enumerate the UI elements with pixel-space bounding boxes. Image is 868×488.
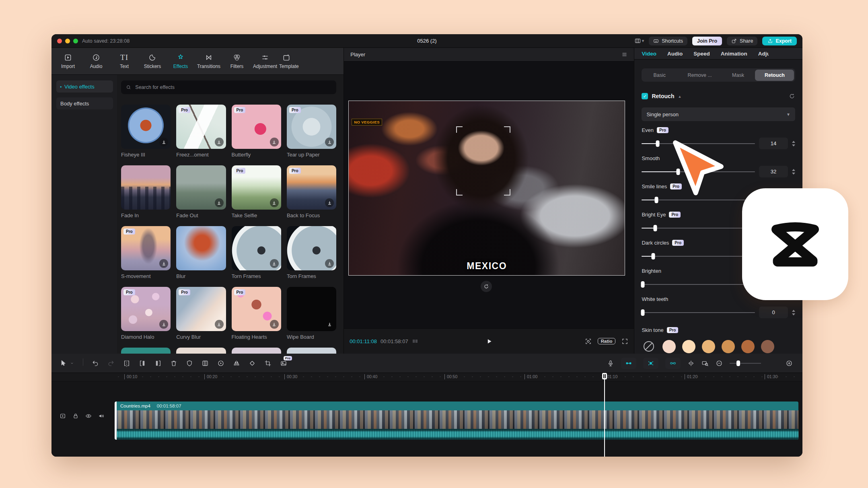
export-button[interactable]: Export: [762, 37, 797, 45]
category-video-effects[interactable]: ▸ Video effects: [56, 80, 113, 93]
slider[interactable]: [642, 281, 755, 288]
split-right-icon[interactable]: [154, 360, 162, 367]
subtab-basic[interactable]: Basic: [642, 68, 677, 82]
effect-thumbnail[interactable]: [176, 226, 226, 270]
auto-arrange-toggle-icon[interactable]: [643, 358, 658, 369]
undo-icon[interactable]: [92, 360, 99, 367]
person-mode-dropdown[interactable]: Single person ▼: [642, 107, 795, 121]
stepper[interactable]: [792, 169, 795, 175]
rotate-handle[interactable]: [481, 281, 492, 292]
slider-handle[interactable]: [656, 140, 659, 147]
nav-item-transitions[interactable]: Transitions: [195, 53, 223, 69]
download-icon[interactable]: [159, 320, 168, 329]
effect-card-take-selfie[interactable]: ProTake Selfie: [232, 165, 281, 218]
play-button[interactable]: [485, 338, 493, 345]
eye-icon[interactable]: [85, 413, 92, 419]
value-input[interactable]: 14: [759, 138, 788, 149]
effect-card-s-movement[interactable]: ProS-movement: [121, 226, 171, 279]
chevron-down-icon[interactable]: [70, 361, 74, 366]
minimize-window-button[interactable]: [65, 39, 70, 43]
effect-card-torn-frames[interactable]: Torn Frames: [287, 226, 336, 279]
value-input[interactable]: 32: [759, 166, 788, 177]
slider[interactable]: [642, 253, 755, 259]
nav-item-effects[interactable]: Effects: [167, 53, 195, 69]
tab-animation[interactable]: Animation: [721, 51, 747, 57]
effect-thumbnail[interactable]: [121, 165, 171, 210]
category-body-effects[interactable]: Body effects: [56, 97, 113, 109]
skin-tone-swatch-5[interactable]: [741, 340, 755, 353]
preview-axis-icon[interactable]: [701, 360, 709, 367]
effect-card-fade-out[interactable]: Fade Out: [176, 165, 226, 218]
fullscreen-button[interactable]: [621, 338, 628, 345]
skin-tone-swatch-1[interactable]: [662, 340, 676, 353]
join-pro-button[interactable]: Join Pro: [692, 37, 722, 45]
download-icon[interactable]: [215, 138, 224, 146]
effect-card-curvy-blur[interactable]: ProCurvy Blur: [176, 287, 226, 340]
zoom-slider-handle[interactable]: [736, 360, 740, 366]
effect-thumbnail[interactable]: [121, 348, 171, 354]
download-icon[interactable]: [325, 198, 334, 207]
nav-item-stickers[interactable]: Stickers: [138, 53, 167, 69]
stepper[interactable]: [792, 141, 795, 146]
download-icon[interactable]: [159, 259, 168, 268]
download-icon[interactable]: [325, 259, 334, 268]
nav-item-adjustment[interactable]: Adjustment: [251, 53, 279, 69]
lock-icon[interactable]: [72, 413, 79, 419]
ratio-button[interactable]: Ratio: [598, 338, 616, 344]
value-input[interactable]: 0: [759, 307, 788, 318]
slider[interactable]: [642, 197, 755, 203]
effect-thumbnail[interactable]: [287, 287, 336, 331]
track-columns-icon[interactable]: [412, 338, 418, 344]
effect-thumbnail[interactable]: [176, 165, 226, 210]
effect-thumbnail[interactable]: Pro: [287, 165, 336, 210]
skin-tone-none-icon[interactable]: [642, 339, 656, 354]
split-icon[interactable]: [123, 360, 130, 367]
playhead[interactable]: [604, 373, 605, 457]
download-icon[interactable]: [325, 320, 334, 329]
microphone-icon[interactable]: [607, 360, 614, 367]
trash-icon[interactable]: [170, 360, 177, 367]
redo-icon[interactable]: [107, 360, 115, 367]
subtab-remove-[interactable]: Remove ...: [677, 68, 722, 82]
track-main-icon[interactable]: [60, 413, 66, 419]
effect-thumbnail[interactable]: Pro: [121, 226, 171, 270]
effect-card-torn-frames[interactable]: Torn Frames: [232, 226, 281, 279]
mask-icon[interactable]: [186, 360, 193, 367]
slider-handle[interactable]: [651, 253, 655, 259]
effect-card-wipe-board[interactable]: Wipe Board: [287, 287, 336, 340]
subtab-retouch[interactable]: Retouch: [755, 70, 794, 81]
effect-card-blur[interactable]: Blur: [176, 226, 226, 279]
smart-tool-icon[interactable]: Pro: [280, 360, 287, 367]
effect-card-partial[interactable]: [232, 348, 281, 354]
effect-card-fade-in[interactable]: Fade In: [121, 165, 171, 218]
select-tool-icon[interactable]: [60, 360, 67, 367]
speaker-icon[interactable]: [98, 413, 105, 419]
skin-tone-swatch-3[interactable]: [702, 340, 715, 353]
nav-item-text[interactable]: TIText: [110, 53, 138, 69]
effect-thumbnail[interactable]: Pro: [121, 287, 171, 331]
nav-item-filters[interactable]: Filters: [223, 53, 251, 69]
subtab-mask[interactable]: Mask: [722, 68, 754, 82]
timeline-zoom-slider[interactable]: [730, 360, 761, 366]
collapse-caret-icon[interactable]: ▲: [678, 95, 681, 99]
tab-adjustment[interactable]: Adjustment: [758, 51, 769, 57]
effect-card-butterfly[interactable]: ProButterfly: [232, 105, 281, 158]
zoom-out-icon[interactable]: [716, 360, 723, 367]
video-clip[interactable]: Countries.mp4 00:01:58:07: [115, 402, 798, 440]
timeline-ruler[interactable]: 00:1000:2000:3000:4000:5001:0001:1001:20…: [51, 373, 802, 381]
player-menu-icon[interactable]: [621, 51, 627, 58]
magnetic-toggle-icon[interactable]: [621, 358, 636, 369]
speed-icon[interactable]: [217, 360, 224, 367]
download-icon[interactable]: [325, 138, 334, 146]
reset-button[interactable]: [789, 93, 795, 99]
effect-card-floating-hearts[interactable]: ProFloating Hearts: [232, 287, 281, 340]
effect-card-back-to-focus[interactable]: ProBack to Focus: [287, 165, 336, 218]
slider-handle[interactable]: [654, 225, 657, 231]
nav-item-import[interactable]: Import: [54, 53, 82, 69]
slider[interactable]: [642, 225, 755, 231]
effect-thumbnail[interactable]: Pro: [176, 105, 226, 149]
download-icon[interactable]: [215, 198, 224, 207]
overlay-icon[interactable]: [202, 360, 209, 367]
effect-thumbnail[interactable]: Pro: [287, 105, 336, 149]
effect-thumbnail[interactable]: Pro: [232, 105, 281, 149]
